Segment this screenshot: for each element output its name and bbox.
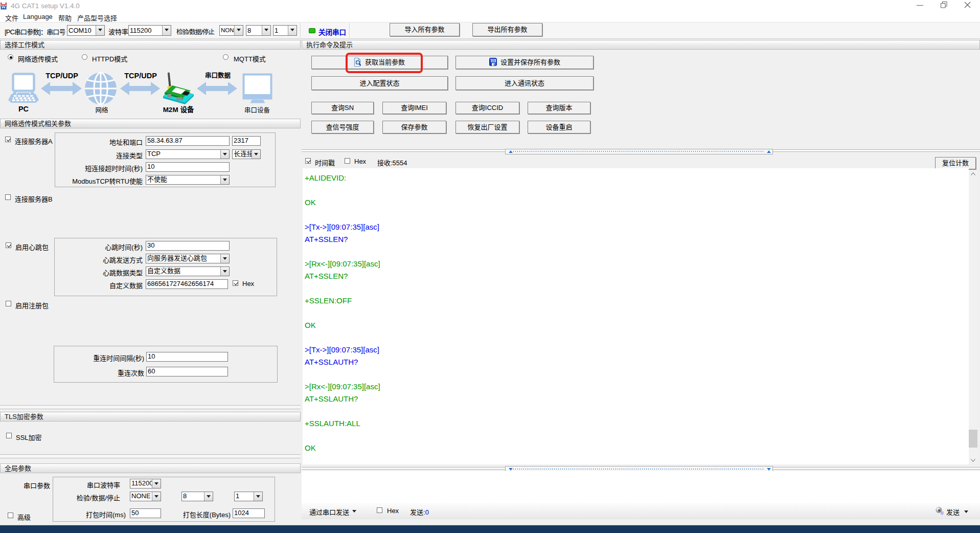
svg-text:PC: PC — [18, 105, 29, 113]
svg-text:串口设备: 串口设备 — [244, 106, 270, 114]
svg-text:TCP/UDP: TCP/UDP — [45, 72, 78, 80]
svg-text:M2M 设备: M2M 设备 — [163, 105, 194, 114]
svg-text:TCP/UDP: TCP/UDP — [124, 72, 157, 80]
svg-text:串口数据: 串口数据 — [205, 72, 231, 79]
svg-text:网络: 网络 — [95, 106, 108, 114]
